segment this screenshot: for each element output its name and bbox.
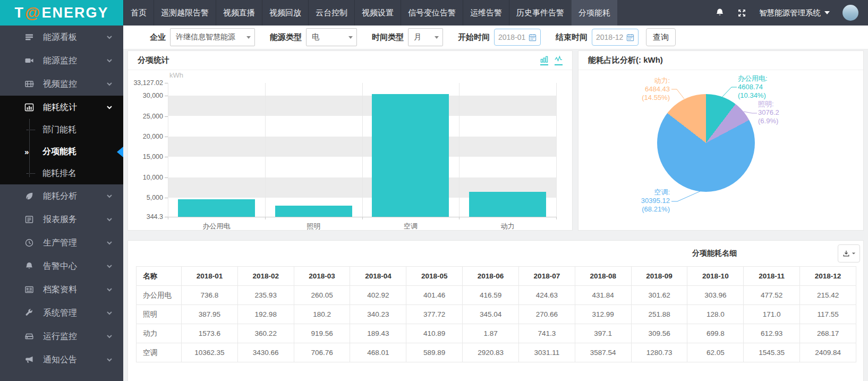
- sidebar-item-report-service[interactable]: 报表服务: [0, 208, 123, 231]
- enterprise-label: 企业: [150, 32, 166, 43]
- nav-item-home[interactable]: 首页: [123, 0, 154, 26]
- value-cell: 1.87: [463, 324, 519, 343]
- column-header-month: 2018-04: [350, 267, 406, 286]
- chevron-down-icon: [106, 310, 113, 316]
- enterprise-select[interactable]: 许继信息智慧能源: [170, 28, 255, 46]
- chart-bar[interactable]: [275, 206, 352, 217]
- chevron-down-icon: [246, 36, 251, 39]
- nav-item-signal-change-alarm[interactable]: 信号变位告警: [401, 0, 463, 26]
- bar-panel-title: 分项统计: [138, 55, 169, 65]
- pie-slice-label: 照明:3076.2(6.9%): [758, 100, 779, 125]
- sidebar-subitem-energy-ranking[interactable]: 能耗排名: [0, 163, 123, 184]
- chart-bar[interactable]: [469, 192, 546, 217]
- nav-item-ptz-control[interactable]: 云台控制: [308, 0, 354, 26]
- sidebar-item-energy-analysis[interactable]: 能耗分析: [0, 184, 123, 208]
- value-cell: 192.98: [237, 305, 294, 324]
- value-cell: 3587.54: [575, 343, 631, 362]
- chart-bar[interactable]: [372, 94, 449, 217]
- export-button[interactable]: [838, 244, 860, 263]
- value-cell: 3430.66: [237, 343, 294, 362]
- bar-chart-toggle-icon[interactable]: [540, 55, 548, 65]
- navbar-right: 智慧能源管理系统: [715, 0, 868, 26]
- pie-chart-circle[interactable]: [657, 94, 755, 192]
- sidebar-item-archives[interactable]: 档案资料: [0, 278, 123, 301]
- sidebar-item-label: 视频监控: [43, 79, 106, 90]
- table-title: 分项能耗名细: [692, 249, 737, 258]
- fullscreen-icon[interactable]: [737, 9, 746, 18]
- query-button[interactable]: 查询: [646, 28, 676, 46]
- grid-vline: [362, 83, 363, 217]
- sidebar-item-video-monitoring[interactable]: 视频监控: [0, 72, 123, 96]
- subitem-dash: [27, 173, 35, 174]
- sidebar-item-label: 运行监控: [43, 331, 106, 342]
- nav-item-subitem-energy[interactable]: 分项能耗: [571, 0, 617, 26]
- chevron-down-icon: [106, 193, 113, 199]
- energy-type-select[interactable]: 电: [306, 28, 357, 46]
- value-cell: 1280.73: [631, 343, 687, 362]
- end-time-input[interactable]: 2018-12: [592, 29, 639, 46]
- start-time-input[interactable]: 2018-01: [494, 29, 541, 46]
- value-cell: 397.1: [575, 324, 631, 343]
- app-logo[interactable]: T@ENERGY: [0, 0, 123, 26]
- sidebar-item-alarm-center[interactable]: 告警中心: [0, 255, 123, 278]
- system-menu[interactable]: 智慧能源管理系统: [759, 8, 830, 18]
- y-axis-tick: [165, 177, 168, 178]
- sidebar-item-energy-statistics[interactable]: 能耗统计: [0, 96, 123, 119]
- value-cell: 270.66: [518, 305, 575, 324]
- column-header-month: 2018-05: [406, 267, 463, 286]
- sidebar-item-operation-monitoring[interactable]: 运行监控: [0, 325, 123, 348]
- sidebar-item-energy-dashboard[interactable]: 能源看板: [0, 26, 123, 49]
- logo-at-icon: @: [25, 4, 41, 22]
- end-time-value: 2018-12: [596, 33, 623, 41]
- dashboard-icon: [24, 32, 35, 42]
- end-time-label: 结束时间: [556, 32, 588, 43]
- row-name-cell: 动力: [137, 324, 182, 343]
- chevron-down-icon: [106, 286, 113, 293]
- sidebar-item-production-management[interactable]: 生产管理: [0, 231, 123, 255]
- grid-vline: [265, 83, 266, 217]
- value-cell: 171.0: [744, 305, 800, 324]
- sidebar-item-notice[interactable]: 通知公告: [0, 348, 123, 371]
- nav-item-video-settings[interactable]: 视频设置: [354, 0, 401, 26]
- nav-item-history-event-alarm[interactable]: 历史事件告警: [509, 0, 571, 26]
- time-type-label: 时间类型: [372, 32, 404, 43]
- sidebar-item-system-management[interactable]: 系统管理: [0, 301, 123, 325]
- sidebar-item-energy-monitoring[interactable]: 能源监控: [0, 49, 123, 72]
- pie-slice-label: 空调:30395.12(68.21%): [641, 188, 670, 214]
- wrench-icon: [24, 308, 35, 318]
- sidebar-item-label: 能耗分析: [43, 191, 106, 202]
- sidebar-subitem-label: 能耗排名: [42, 168, 76, 179]
- line-chart-toggle-icon[interactable]: [555, 55, 563, 65]
- value-cell: 189.43: [350, 324, 406, 343]
- value-cell: 468.01: [350, 343, 406, 362]
- export-download-icon: [843, 250, 850, 257]
- nav-item-video-playback[interactable]: 视频回放: [262, 0, 308, 26]
- bar-panel-header: 分项统计: [128, 51, 572, 70]
- clock-icon: [24, 238, 35, 248]
- server-icon: [24, 332, 35, 341]
- value-cell: 1573.6: [182, 324, 238, 343]
- value-cell: 10362.35: [182, 343, 238, 362]
- main-content: 企业 许继信息智慧能源 能源类型 电 时间类型 月 开始时间 2018-01 结…: [123, 26, 868, 381]
- x-axis-category-label: 办公用电: [168, 222, 265, 231]
- calendar-icon: [529, 33, 537, 41]
- y-axis-tick-label: 25,000: [128, 113, 163, 120]
- column-header-month: 2018-10: [687, 267, 744, 286]
- nav-item-telemetry-limit-alarm[interactable]: 遥测越限告警: [154, 0, 216, 26]
- chart-bar[interactable]: [178, 199, 255, 217]
- time-type-select[interactable]: 月: [408, 28, 443, 46]
- column-header-month: 2018-09: [631, 267, 687, 286]
- chevron-down-icon: [106, 57, 113, 64]
- pie-slice-label: 动力:6484.43(14.55%): [642, 77, 670, 102]
- sidebar-subitem-department-energy[interactable]: 部门能耗: [0, 119, 123, 141]
- value-cell: 736.8: [182, 286, 238, 305]
- nav-item-video-live[interactable]: 视频直播: [216, 0, 262, 26]
- sidebar-subitem-subitem-energy[interactable]: »分项能耗: [0, 141, 123, 163]
- column-header-month: 2018-02: [237, 267, 294, 286]
- nav-item-ops-alarm[interactable]: 运维告警: [463, 0, 509, 26]
- sidebar-item-label: 生产管理: [43, 238, 106, 249]
- notification-bell-icon[interactable]: [715, 8, 725, 18]
- avatar[interactable]: [843, 5, 858, 21]
- y-axis-tick: [165, 198, 168, 198]
- sidebar-item-label: 通知公告: [43, 354, 106, 366]
